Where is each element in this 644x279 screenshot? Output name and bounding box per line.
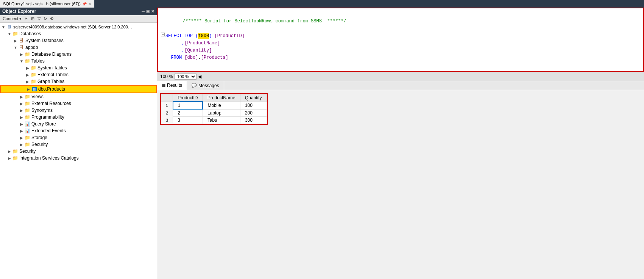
- object-explorer-header: Object Explorer ─ ⊞ ✕: [0, 8, 157, 15]
- appdb-expand-icon[interactable]: ▼: [13, 45, 18, 50]
- appdb-icon: 🗄: [18, 44, 24, 50]
- system-tables-icon: 📁: [30, 65, 36, 71]
- query-store-expand[interactable]: ▶: [19, 121, 24, 127]
- cell-productid-2[interactable]: 2: [173, 109, 203, 117]
- appdb-node[interactable]: ▼ 🗄 appdb: [0, 44, 157, 51]
- extended-events-node[interactable]: ▶ 📊 Extended Events: [0, 127, 157, 134]
- sync-button[interactable]: ⟲: [49, 16, 55, 22]
- storage-label: Storage: [31, 135, 157, 140]
- sql-line-from: FROM [dbo].[Products]: [165, 54, 245, 61]
- system-databases-icon: 🗄: [18, 38, 24, 44]
- system-tables-expand[interactable]: ▶: [25, 65, 30, 71]
- server-expand-icon[interactable]: ▼: [1, 24, 6, 30]
- database-diagrams-node[interactable]: ▶ 📁 Database Diagrams: [0, 51, 157, 58]
- db-diagrams-icon: 📁: [24, 51, 30, 57]
- synonyms-node[interactable]: ▶ 📁 Synonyms: [0, 107, 157, 114]
- messages-icon: 💬: [192, 83, 197, 88]
- table-row[interactable]: 2 2 Laptop 200: [161, 109, 267, 117]
- close-icon[interactable]: ✕: [151, 9, 154, 14]
- databases-node[interactable]: ▼ 📁 Databases: [0, 30, 157, 37]
- pin-icon[interactable]: ─: [142, 9, 145, 14]
- system-databases-node[interactable]: ▶ 🗄 System Databases: [0, 37, 157, 44]
- filter-button[interactable]: ▽: [36, 16, 42, 22]
- system-tables-label: System Tables: [37, 65, 157, 71]
- tables-label: Tables: [31, 58, 157, 64]
- top-security-node[interactable]: ▶ 📁 Security: [0, 148, 157, 155]
- db-diagrams-expand[interactable]: ▶: [19, 52, 24, 57]
- programmability-label: Programmability: [31, 114, 157, 120]
- row-num-3: 3: [161, 117, 173, 124]
- table-row[interactable]: 3 3 Tabs 300: [161, 117, 267, 124]
- synonyms-icon: 📁: [24, 107, 30, 113]
- messages-tab[interactable]: 💬 Messages: [187, 81, 224, 90]
- appdb-security-expand[interactable]: ▶: [19, 142, 24, 147]
- sql-query-tab[interactable]: SQLQuery1.sql - sqls...b (siliconuser (6…: [0, 0, 95, 8]
- query-store-icon: 📊: [24, 121, 30, 127]
- system-tables-node[interactable]: ▶ 📁 System Tables: [0, 64, 157, 71]
- tables-expand-icon[interactable]: ▼: [19, 58, 24, 64]
- views-expand[interactable]: ▶: [19, 94, 24, 99]
- databases-expand-icon[interactable]: ▼: [7, 31, 12, 36]
- sql-select-line: ─ SELECT TOP (1000) [ProductID] ,[Produc…: [161, 33, 640, 62]
- external-resources-expand[interactable]: ▶: [19, 101, 24, 106]
- server-node[interactable]: ▼ 🖥 sqlserver400908.database.windows.net…: [0, 24, 157, 30]
- cell-productname-1[interactable]: Mobile: [203, 102, 240, 109]
- integration-expand[interactable]: ▶: [7, 155, 12, 161]
- connect-button[interactable]: Connect ▾: [2, 16, 23, 22]
- zoom-dropdown[interactable]: 100 % 75 % 125 % 150 %: [175, 74, 196, 80]
- external-tables-node[interactable]: ▶ 📁 External Tables: [0, 71, 157, 78]
- extended-events-expand[interactable]: ▶: [19, 128, 24, 133]
- programmability-expand[interactable]: ▶: [19, 114, 24, 120]
- dbo-products-node[interactable]: ▶ ▦ dbo.Products: [0, 85, 157, 93]
- top-security-expand[interactable]: ▶: [7, 149, 12, 154]
- cell-productname-3[interactable]: Tabs: [203, 117, 240, 124]
- tab-bar: SQLQuery1.sql - sqls...b (siliconuser (6…: [0, 0, 644, 8]
- appdb-security-label: Security: [31, 142, 157, 147]
- results-tab[interactable]: ▦ Results: [157, 81, 187, 90]
- system-databases-expand-icon[interactable]: ▶: [13, 38, 18, 43]
- server-label: sqlserver400908.database.windows.net (SQ…: [13, 25, 157, 29]
- header-controls: ─ ⊞ ✕: [142, 9, 154, 14]
- sql-editor[interactable]: /****** Script for SelectTopNRows comman…: [157, 8, 644, 72]
- storage-node[interactable]: ▶ 📁 Storage: [0, 134, 157, 141]
- views-node[interactable]: ▶ 📁 Views: [0, 93, 157, 100]
- synonyms-label: Synonyms: [31, 108, 157, 113]
- appdb-security-node[interactable]: ▶ 📁 Security: [0, 141, 157, 148]
- dbo-products-expand[interactable]: ▶: [26, 86, 31, 92]
- storage-expand[interactable]: ▶: [19, 135, 24, 140]
- sql-code-block: /****** Script for SelectTopNRows comman…: [161, 11, 640, 33]
- top-security-icon: 📁: [12, 148, 18, 154]
- tab-pin-icon: 📌: [82, 2, 87, 6]
- integration-services-node[interactable]: ▶ 📁 Integration Services Catalogs: [0, 155, 157, 161]
- collapse-icon[interactable]: ─: [161, 33, 165, 36]
- integration-icon: 📁: [12, 155, 18, 161]
- external-tables-expand[interactable]: ▶: [25, 72, 30, 77]
- tab-close-icon[interactable]: ✕: [88, 2, 91, 6]
- query-store-node[interactable]: ▶ 📊 Query Store: [0, 121, 157, 127]
- refresh-button[interactable]: ↻: [42, 16, 48, 22]
- disconnect-button[interactable]: ✂: [23, 16, 29, 22]
- cell-quantity-3[interactable]: 300: [240, 117, 267, 124]
- graph-tables-icon: 📁: [30, 78, 36, 85]
- table-row[interactable]: 1 1 Mobile 100: [161, 102, 267, 109]
- programmability-node[interactable]: ▶ 📁 Programmability: [0, 114, 157, 121]
- external-resources-node[interactable]: ▶ 📁 External Resources: [0, 100, 157, 107]
- graph-tables-node[interactable]: ▶ 📁 Graph Tables: [0, 78, 157, 85]
- zoom-bar: 100 % 100 % 75 % 125 % 150 % ◀: [157, 72, 644, 81]
- databases-label: Databases: [19, 31, 157, 36]
- col-header-quantity: Quantity: [240, 94, 267, 102]
- synonyms-expand[interactable]: ▶: [19, 108, 24, 113]
- graph-tables-expand[interactable]: ▶: [25, 79, 30, 84]
- results-tabs: ▦ Results 💬 Messages: [157, 81, 644, 90]
- cell-productname-2[interactable]: Laptop: [203, 109, 240, 117]
- cell-quantity-1[interactable]: 100: [240, 102, 267, 109]
- messages-tab-label: Messages: [198, 83, 219, 88]
- new-query-button[interactable]: ⊞: [30, 16, 36, 22]
- cell-quantity-2[interactable]: 200: [240, 109, 267, 117]
- unpin-icon[interactable]: ⊞: [146, 9, 150, 14]
- graph-tables-label: Graph Tables: [37, 79, 157, 84]
- tables-node[interactable]: ▼ 📁 Tables: [0, 58, 157, 64]
- cell-productid-1[interactable]: 1: [173, 102, 203, 109]
- cell-productid-3[interactable]: 3: [173, 117, 203, 124]
- scroll-left-icon[interactable]: ◀: [198, 74, 201, 79]
